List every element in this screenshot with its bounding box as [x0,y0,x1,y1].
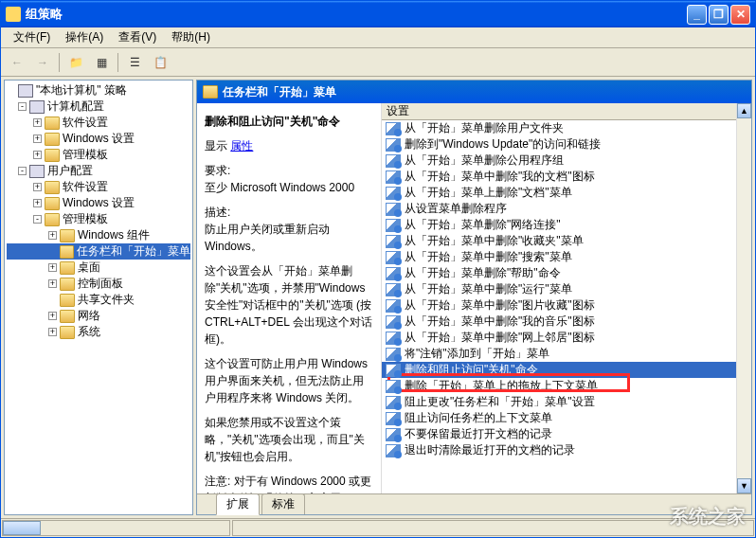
scroll-down-button[interactable]: ▼ [737,478,751,493]
properties-button[interactable]: ☰ [123,51,146,74]
policy-label: 从「开始」菜单中删除"我的音乐"图标 [405,314,595,330]
policy-icon [386,396,401,409]
show-hide-button[interactable]: ▦ [90,51,113,74]
policy-label: 从「开始」菜单中删除"我的文档"图标 [405,169,595,185]
tree-desktop[interactable]: +桌面 [7,260,190,276]
details-area: 删除和阻止访问"关机"命令 显示 属性 要求:至少 Microsoft Wind… [197,103,751,493]
policy-item[interactable]: 从「开始」菜单删除用户文件夹 [382,120,736,136]
policy-item[interactable]: 从「开始」菜单删除"帮助"命令 [382,265,736,281]
policy-item[interactable]: 从「开始」菜单删除"网络连接" [382,217,736,233]
policy-icon [386,283,401,296]
tree-user-config[interactable]: -用户配置 [7,163,190,179]
minimize-button[interactable]: _ [687,5,707,25]
tree-label: 计算机配置 [47,99,104,115]
folder-icon [60,294,75,307]
policy-title: 删除和阻止访问"关机"命令 [205,113,373,130]
tree-label: 网络 [78,308,100,324]
policy-root-icon [18,84,33,98]
policy-item[interactable]: 删除和阻止访问"关机"命令 [382,362,736,378]
tree-label: 软件设置 [63,179,108,195]
policy-item[interactable]: 将"注销"添加到「开始」菜单 [382,346,736,362]
show-label: 显示 [205,139,227,152]
policy-item[interactable]: 从「开始」菜单中删除"我的文档"图标 [382,169,736,185]
description-para: 注意: 对于有 Windows 2000 或更新版本的证明的第三方应用程序，要求… [205,473,373,493]
up-button[interactable]: 📁 [64,51,87,74]
folder-icon [60,278,75,291]
policy-label: 从「开始」菜单上删除"文档"菜单 [405,185,572,201]
description-label: 描述: [205,206,230,219]
tree-software-settings[interactable]: +软件设置 [7,115,190,131]
tree-control-panel[interactable]: +控制面板 [7,276,190,292]
policy-item[interactable]: 从「开始」菜单中删除"图片收藏"图标 [382,297,736,314]
back-button: ← [6,51,28,74]
tree-computer-config[interactable]: -计算机配置 [7,99,190,115]
policy-label: 从设置菜单删除程序 [405,201,507,217]
policy-item[interactable]: 阻止更改"任务栏和「开始」菜单"设置 [382,394,736,410]
tree-label: 共享文件夹 [78,292,135,308]
tree-admin-templates-2[interactable]: -管理模板 [7,211,190,227]
policy-icon [386,138,401,152]
policy-icon [386,122,401,135]
policy-item[interactable]: 从「开始」菜单中删除"网上邻居"图标 [382,330,736,346]
tree-panel[interactable]: "本地计算机" 策略 -计算机配置 +软件设置 +Windows 设置 +管理模… [4,80,193,515]
right-panel: 任务栏和「开始」菜单 删除和阻止访问"关机"命令 显示 属性 要求:至少 Mic… [196,80,752,515]
policy-list-pane[interactable]: 设置 从「开始」菜单删除用户文件夹删除到"Windows Update"的访问和… [382,103,736,493]
description-para: 这个设置会从「开始」菜单删除"关机"选项，并禁用"Windows 安全性"对话框… [205,262,373,348]
policy-icon [386,364,401,377]
tree-windows-components[interactable]: +Windows 组件 [7,227,190,243]
folder-icon [60,245,74,259]
policy-item[interactable]: 删除「开始」菜单上的拖放上下文菜单 [382,378,736,394]
policy-item[interactable]: 退出时清除最近打开的文档的记录 [382,442,736,458]
export-button[interactable]: 📋 [149,51,171,74]
properties-link[interactable]: 属性 [230,139,253,152]
tree-windows-settings-2[interactable]: +Windows 设置 [7,195,190,211]
policy-icon [386,444,401,457]
policy-label: 不要保留最近打开文档的记录 [405,426,552,442]
policy-item[interactable]: 从「开始」菜单中删除"运行"菜单 [382,281,736,297]
policy-icon [386,332,401,345]
tree-shared-folders[interactable]: 共享文件夹 [7,292,190,308]
tree-admin-templates[interactable]: +管理模板 [7,147,190,163]
policy-item[interactable]: 从「开始」菜单删除公用程序组 [382,152,736,169]
menu-action[interactable]: 操作(A) [58,27,111,47]
policy-item[interactable]: 从「开始」菜单中删除"我的音乐"图标 [382,314,736,330]
tree-windows-settings[interactable]: +Windows 设置 [7,131,190,147]
policy-item[interactable]: 从「开始」菜单上删除"文档"菜单 [382,185,736,201]
close-button[interactable]: ✕ [730,5,750,25]
tab-extended[interactable]: 扩展 [216,493,260,515]
toolbar-separator [117,53,118,72]
policy-label: 从「开始」菜单中删除"网上邻居"图标 [405,330,595,346]
policy-item[interactable]: 删除到"Windows Update"的访问和链接 [382,136,736,152]
tree-label: 系统 [78,324,100,340]
menu-help[interactable]: 帮助(H) [164,27,218,47]
policy-icon [386,170,401,184]
tree-network[interactable]: +网络 [7,308,190,324]
policy-item[interactable]: 从「开始」菜单中删除"收藏夹"菜单 [382,233,736,249]
scroll-up-button[interactable]: ▲ [737,103,751,118]
policy-label: 从「开始」菜单删除用户文件夹 [405,120,564,136]
policy-item[interactable]: 从「开始」菜单中删除"搜索"菜单 [382,249,736,265]
vertical-scrollbar[interactable]: ▲ ▼ [736,103,751,493]
list-header[interactable]: 设置 [382,103,736,120]
policy-item[interactable]: 从设置菜单删除程序 [382,201,736,217]
menu-view[interactable]: 查看(V) [111,27,164,47]
description-pane: 删除和阻止访问"关机"命令 显示 属性 要求:至少 Microsoft Wind… [197,103,382,493]
tree-software-settings-2[interactable]: +软件设置 [7,179,190,195]
policy-item[interactable]: 不要保留最近打开文档的记录 [382,426,736,442]
app-window: 组策略 _ ❐ ✕ 文件(F) 操作(A) 查看(V) 帮助(H) ← → 📁 … [0,0,756,538]
scroll-thumb[interactable] [3,521,41,535]
tree-taskbar-start[interactable]: 任务栏和「开始」菜单 [7,243,190,260]
policy-label: 退出时清除最近打开的文档的记录 [405,442,575,458]
tab-standard[interactable]: 标准 [261,493,305,514]
menu-file[interactable]: 文件(F) [6,27,58,47]
maximize-button[interactable]: ❐ [709,5,729,25]
policy-label: 从「开始」菜单删除"网络连接" [405,217,561,233]
folder-icon [45,213,60,226]
policy-item[interactable]: 阻止访问任务栏的上下文菜单 [382,410,736,426]
policy-icon [386,219,401,232]
tree-root[interactable]: "本地计算机" 策略 [7,82,190,99]
statusbar-cell [232,520,754,536]
tree-system[interactable]: +系统 [7,324,190,340]
description-para: 如果您禁用或不设置这个策略，"关机"选项会出现，而且"关机"按钮也会启用。 [205,414,373,465]
menubar: 文件(F) 操作(A) 查看(V) 帮助(H) [1,27,755,48]
